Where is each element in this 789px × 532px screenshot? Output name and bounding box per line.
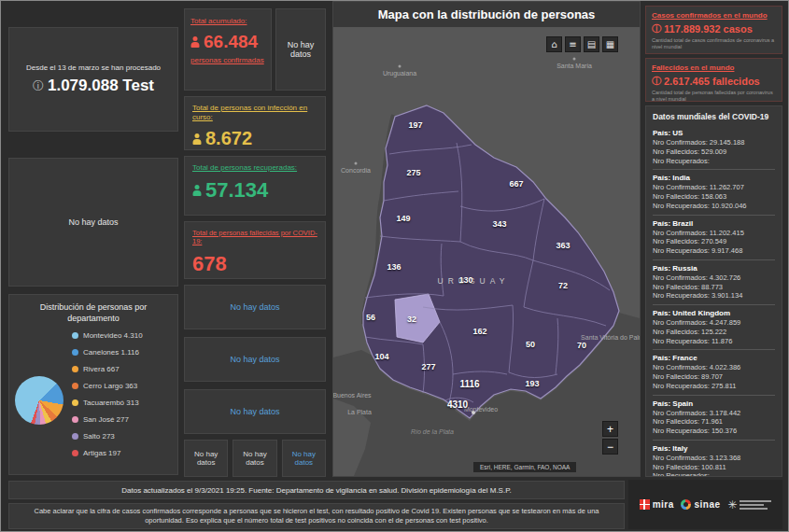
map-count-colonia[interactable]: 104 [374, 352, 388, 361]
legend-swatch-icon [72, 383, 78, 389]
department-distribution-panel: Distribución de personas por departament… [8, 294, 178, 475]
map-count-tacuarembo[interactable]: 343 [492, 219, 506, 229]
accumulated-value: 66.484 [204, 32, 258, 52]
info-icon: ⓘ [652, 75, 661, 88]
legend-item-artigas[interactable]: Artigas 197 [72, 449, 143, 457]
government-logo: ✳ [727, 498, 771, 511]
empty-cell-3: No hay datos [282, 440, 326, 477]
empty-panel-2: No hay datos [184, 337, 326, 382]
country-name: País: Brazil [653, 219, 775, 228]
country-recovered: Nro Recuperados: [653, 157, 775, 166]
country-deaths: Nro Fallecidos: 100.811 [653, 463, 775, 472]
empty-cell-1: No hay datos [184, 440, 228, 477]
map-count-lavalleja[interactable]: 50 [526, 340, 535, 349]
map-count-rivera[interactable]: 667 [509, 179, 523, 189]
accumulated-panel: Total acumulado: 66.484 personas confirm… [184, 8, 272, 91]
world-deaths-value: 2.617.465 fallecidos [664, 76, 760, 87]
legend-label: Canelones 1.116 [83, 348, 139, 357]
empty-panel-3: No hay datos [184, 389, 326, 434]
country-name: País: Spain [653, 399, 775, 408]
map-count-florida[interactable]: 162 [472, 327, 486, 336]
zoom-in-button[interactable]: + [602, 421, 618, 437]
legend-label: Salto 273 [83, 432, 115, 441]
map-count-soriano[interactable]: 56 [366, 313, 375, 322]
legend-label: Tacuarembó 313 [83, 399, 139, 407]
left-empty-panel: No hay datos [8, 158, 178, 287]
zoom-out-button[interactable]: − [602, 439, 618, 455]
legend-label: Montevideo 4.310 [83, 331, 143, 340]
map-count-cerro-largo[interactable]: 363 [556, 241, 570, 250]
covid-dashboard-uruguay: Desde el 13 de marzo se han procesado ⓘ … [0, 0, 789, 532]
country-recovered: Nro Recuperados: 10.920.046 [653, 202, 775, 211]
map-count-san-jose[interactable]: 277 [421, 362, 435, 371]
government-emblem-icon: ✳ [727, 498, 737, 511]
country-confirmed: Nro Confirmados: 4.302.726 [653, 273, 775, 283]
map-count-durazno[interactable]: 130 [458, 275, 472, 285]
government-logo-text-lines [740, 500, 771, 510]
country-deaths: Nro Fallecidos: 529.009 [653, 147, 775, 157]
map-count-canelones[interactable]: 1116 [459, 379, 479, 389]
country-recovered: Nro Recuperados: 3.901.134 [653, 291, 775, 301]
city-dot [355, 162, 358, 165]
city-dot [399, 65, 402, 68]
recovered-title: Total de personas recuperadas: [192, 163, 317, 173]
world-deaths-subtitle: Cantidad total de personas fallecidas po… [652, 90, 776, 103]
mira-logo-text: mira [653, 499, 674, 510]
legend-item-cerro-largo[interactable]: Cerro Largo 363 [72, 382, 143, 390]
tests-value-row: ⓘ 1.079.088 Test [33, 77, 154, 95]
country-stats-brazil: País: BrazilNro Confirmados: 11.202.415N… [653, 216, 775, 260]
legend-swatch-icon [72, 399, 78, 406]
map-count-rocha[interactable]: 70 [577, 341, 586, 350]
country-stats-russia: País: RussiaNro Confirmados: 4.302.726Nr… [653, 260, 775, 305]
department-pie-chart[interactable] [15, 376, 63, 425]
world-country-list: País: USNro Confirmados: 29.145.188Nro F… [653, 125, 775, 477]
map-basemap-icon: ▦ [606, 39, 614, 49]
map-home-button[interactable]: ⌂ [546, 36, 562, 52]
world-data-title: Datos mundiales del COVID-19 [653, 112, 775, 121]
legend-swatch-icon [72, 433, 78, 440]
country-deaths: Nro Fallecidos: 71.961 [653, 417, 775, 427]
accumulated-value-row: 66.484 [190, 32, 265, 52]
legend-item-montevideo[interactable]: Montevideo 4.310 [72, 331, 143, 340]
legend-item-canelones[interactable]: Canelones 1.116 [72, 348, 143, 357]
country-stats-india: País: IndiaNro Confirmados: 11.262.707Nr… [653, 170, 775, 215]
mira-grid-icon [640, 499, 650, 510]
legend-label: Artigas 197 [83, 449, 120, 457]
world-deaths-title: Fallecidos en el mundo [652, 63, 776, 72]
map-count-treinta-y-tres[interactable]: 72 [558, 281, 568, 290]
map-count-flores[interactable]: 32 [407, 315, 416, 324]
map-layers-button[interactable]: ▤ [584, 36, 599, 52]
legend-item-tacuarembo[interactable]: Tacuarembó 313 [72, 399, 143, 407]
map-home-icon: ⌂ [551, 39, 557, 49]
legend-item-salto[interactable]: Salto 273 [72, 432, 143, 441]
map-count-paysandu[interactable]: 149 [396, 214, 410, 223]
country-confirmed: Nro Confirmados: 29.145.188 [653, 138, 775, 147]
country-confirmed: Nro Confirmados: 4.022.386 [653, 363, 775, 372]
country-name: País: US [653, 129, 775, 137]
map-legend-button[interactable]: ≡ [565, 36, 581, 52]
legend-swatch-icon [72, 366, 78, 372]
legend-swatch-icon [72, 349, 78, 356]
legend-item-rivera[interactable]: Rivera 667 [72, 365, 143, 373]
world-data-panel: Datos mundiales del COVID-19 País: USNro… [645, 105, 782, 477]
map-count-salto[interactable]: 275 [406, 168, 420, 177]
distribution-body: Montevideo 4.310Canelones 1.116Rivera 66… [15, 329, 172, 457]
map-count-montevideo[interactable]: 4310 [447, 399, 468, 410]
sinae-logo: sinae [681, 499, 720, 510]
map-basemap-button[interactable]: ▦ [602, 36, 618, 52]
map-count-rio-negro[interactable]: 136 [387, 262, 401, 272]
map-count-artigas[interactable]: 197 [408, 120, 422, 130]
map-attribution: Esri, HERE, Garmin, FAO, NOAA [473, 462, 576, 472]
map-layers-icon: ▤ [587, 39, 596, 49]
info-icon: ⓘ [652, 22, 661, 35]
country-stats-spain: País: SpainNro Confirmados: 3.178.442Nro… [653, 396, 775, 441]
country-name: País: France [653, 354, 775, 362]
recovered-value: 57.134 [205, 178, 268, 203]
map-count-maldonado[interactable]: 193 [525, 379, 539, 388]
country-confirmed: Nro Confirmados: 3.123.368 [653, 454, 775, 463]
empty-panel-1: No hay datos [184, 285, 326, 329]
map-canvas[interactable]: ⌂≡▤▦ + − Esri, HERE, Garmin, FAO, NOAA U… [333, 27, 640, 476]
distribution-title: Distribución de personas por departament… [32, 302, 155, 324]
country-stats-france: País: FranceNro Confirmados: 4.022.386Nr… [653, 350, 775, 395]
legend-item-san-jose[interactable]: San José 277 [72, 415, 143, 424]
